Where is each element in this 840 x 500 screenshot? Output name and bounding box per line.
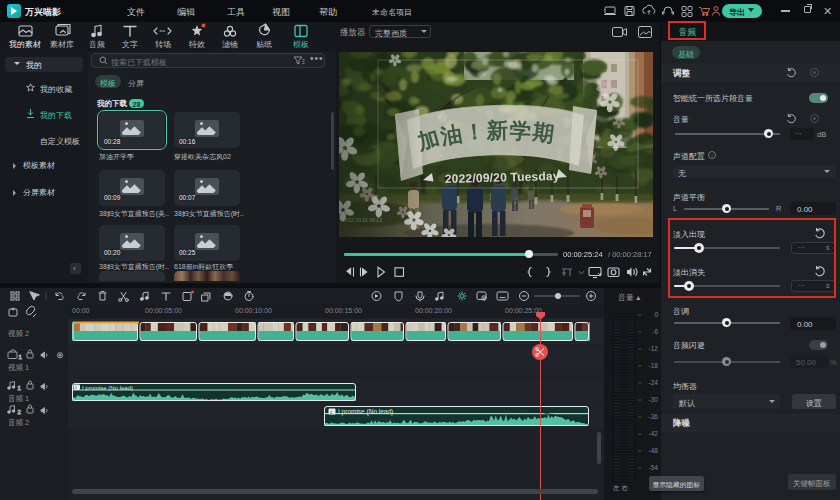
svg-text:2: 2 [18,409,22,415]
svg-text:♪: ♪ [75,384,78,390]
svg-text:♪: ♪ [330,409,333,415]
svg-text:视频 1: 视频 1 [8,363,29,372]
svg-text:转场: 转场 [155,40,171,49]
svg-text:1: 1 [19,354,23,360]
svg-text:贴纸: 贴纸 [256,40,272,49]
svg-text:特效: 特效 [188,40,205,49]
svg-text:我的素材: 我的素材 [9,40,41,49]
svg-text:文字: 文字 [122,40,138,49]
svg-text:音频: 音频 [88,40,105,49]
svg-text:音频 1: 音频 1 [8,394,29,403]
svg-text:I promise (No lead): I promise (No lead) [338,408,393,416]
svg-text:音频 2: 音频 2 [8,418,29,427]
svg-text:视频 2: 视频 2 [8,329,29,338]
svg-text:1: 1 [18,385,22,391]
svg-text:I promise (No lead): I promise (No lead) [82,385,133,391]
svg-text:滤镜: 滤镜 [222,40,238,49]
svg-text:素材库: 素材库 [50,40,74,49]
svg-text:模板: 模板 [293,40,309,49]
